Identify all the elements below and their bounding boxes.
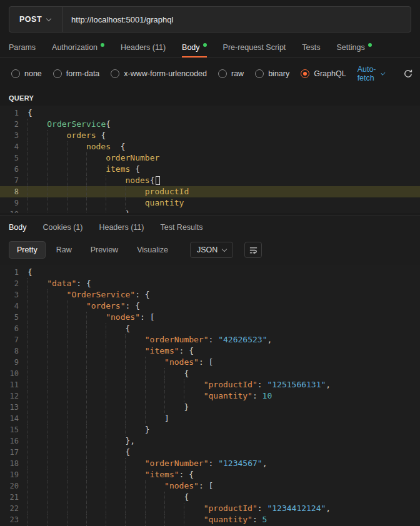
line-number: 5 <box>0 312 28 323</box>
code-token: "OrderService" <box>67 289 136 300</box>
body-type-none[interactable]: none <box>11 69 42 78</box>
method-selector[interactable]: POST <box>9 7 62 32</box>
auto-fetch-dropdown[interactable]: Auto-fetch <box>358 65 384 82</box>
indent-guide <box>67 469 86 480</box>
body-type-x-www-form-urlencoded[interactable]: x-www-form-urlencoded <box>111 69 207 78</box>
tab-label: Body <box>9 223 27 232</box>
view-tab-visualize[interactable]: Visualize <box>129 241 176 259</box>
code-token: "1234567" <box>218 458 262 469</box>
indent-guide <box>164 379 184 390</box>
indent-guide <box>145 390 164 402</box>
indent-guide <box>184 514 203 525</box>
line-number: 8 <box>0 186 28 197</box>
indent-guide <box>28 278 47 289</box>
code-token: : <box>209 458 219 469</box>
query-editor[interactable]: 1{2OrderService{3orders {4nodes {5orderN… <box>0 106 420 213</box>
line-number: 1 <box>0 107 28 119</box>
wrap-line-button[interactable] <box>244 242 262 258</box>
indent-guide <box>125 390 144 402</box>
indent-guide <box>125 345 144 357</box>
response-tab-test-results[interactable]: Test Results <box>160 216 202 239</box>
response-body-viewer[interactable]: 1{2"data": {3"OrderService": {4"orders":… <box>0 265 420 526</box>
indent-guide <box>125 197 144 209</box>
radio-label: binary <box>268 69 289 78</box>
view-tab-preview[interactable]: Preview <box>82 241 126 259</box>
code-line: 3"OrderService": { <box>0 289 420 300</box>
body-type-form-data[interactable]: form-data <box>53 69 100 78</box>
request-tab-settings[interactable]: Settings <box>337 36 372 57</box>
auto-fetch-label: Auto-fetch <box>358 65 378 82</box>
indent-guide <box>106 197 125 209</box>
request-tab-authorization[interactable]: Authorization <box>52 36 104 57</box>
code-token: { <box>130 164 140 175</box>
view-tab-pretty[interactable]: Pretty <box>9 241 46 259</box>
indent-guide <box>145 379 164 390</box>
refresh-schema-button[interactable] <box>403 69 413 79</box>
indent-guide <box>28 357 47 368</box>
indent-guide <box>67 402 86 413</box>
indent-guide <box>86 424 106 435</box>
chevron-down-icon <box>46 16 51 21</box>
request-tab-headers-11[interactable]: Headers (11) <box>121 36 166 57</box>
code-line: 8productId <box>0 186 420 197</box>
response-tab-cookies-1[interactable]: Cookies (1) <box>43 216 83 239</box>
code-token: }, <box>125 435 135 447</box>
line-number: 12 <box>0 390 28 402</box>
indent-guide <box>47 289 66 300</box>
request-tab-body[interactable]: Body <box>182 36 207 57</box>
modified-dot <box>101 43 104 47</box>
code-token: } <box>145 424 150 435</box>
format-select-value: JSON <box>197 246 218 254</box>
code-line: 11"productId": "1251566131", <box>0 379 420 390</box>
indent-guide <box>47 480 66 492</box>
line-number: 19 <box>0 469 28 480</box>
view-tab-raw[interactable]: Raw <box>48 241 80 259</box>
code-line: 17{ <box>0 447 420 458</box>
line-number: 5 <box>0 152 28 164</box>
request-tab-params[interactable]: Params <box>9 36 36 57</box>
body-type-graphql[interactable]: GraphQL <box>301 69 346 78</box>
response-tab-headers-11[interactable]: Headers (11) <box>99 216 144 239</box>
code-line: 3orders { <box>0 130 420 141</box>
indent-guide <box>106 447 125 458</box>
line-number: 1 <box>0 267 28 278</box>
indent-guide <box>106 186 125 197</box>
body-type-raw[interactable]: raw <box>218 69 244 78</box>
indent-guide <box>28 323 47 334</box>
code-token: 10 <box>262 390 272 402</box>
indent-guide <box>86 435 106 447</box>
indent-guide <box>47 164 66 175</box>
indent-guide <box>47 175 66 186</box>
code-token: ] <box>164 413 169 424</box>
indent-guide <box>125 458 144 469</box>
indent-guide <box>164 503 184 514</box>
body-type-binary[interactable]: binary <box>255 69 289 78</box>
code-token: : <box>252 514 262 525</box>
indent-guide <box>86 312 106 323</box>
indent-guide <box>67 503 86 514</box>
code-line: 6{ <box>0 323 420 334</box>
code-token: { <box>28 107 32 119</box>
format-select[interactable]: JSON <box>190 242 233 258</box>
chevron-down-icon <box>222 246 227 251</box>
code-line: 9quantity <box>0 197 420 209</box>
indent-guide <box>28 503 47 514</box>
line-number: 16 <box>0 435 28 447</box>
indent-guide <box>67 312 86 323</box>
indent-guide <box>86 413 106 424</box>
indent-guide <box>125 469 144 480</box>
indent-guide <box>125 379 144 390</box>
wrap-line-icon <box>249 246 258 255</box>
request-tab-pre-request-script[interactable]: Pre-request Script <box>223 36 286 57</box>
indent-guide <box>86 402 106 413</box>
code-token: nodes <box>125 175 149 186</box>
indent-guide <box>145 357 164 368</box>
code-line: 10{ <box>0 368 420 379</box>
indent-guide <box>47 458 66 469</box>
code-token: { <box>125 447 130 458</box>
response-tab-body[interactable]: Body <box>9 216 27 239</box>
url-input[interactable]: http://localhost:5001/graphql <box>62 15 411 24</box>
request-tab-tests[interactable]: Tests <box>302 36 320 57</box>
code-line: 19"items": { <box>0 469 420 480</box>
indent-guide <box>86 503 106 514</box>
